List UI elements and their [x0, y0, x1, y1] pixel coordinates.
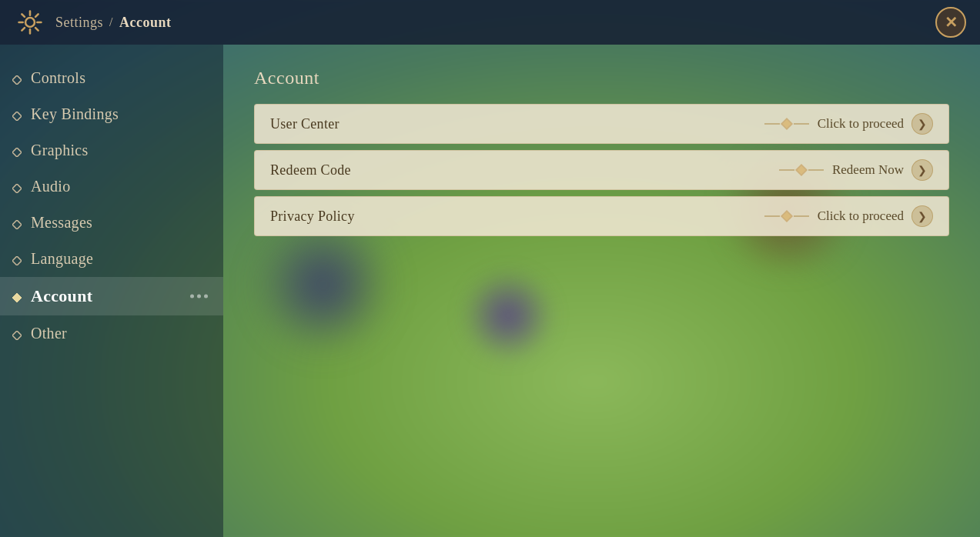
arrow-right-icon: ❯ [911, 113, 933, 135]
svg-line-5 [22, 14, 25, 17]
sidebar-item-graphics[interactable]: Graphics [0, 132, 223, 168]
svg-point-0 [25, 18, 35, 27]
diamond-icon [12, 218, 22, 228]
sidebar-item-controls[interactable]: Controls [0, 60, 223, 96]
sidebar-item-account[interactable]: Account [0, 277, 223, 315]
setting-row-user-center[interactable]: User Center Click to proceed❯ [254, 104, 949, 144]
sidebar-item-label: Language [31, 250, 93, 268]
header-bar: Settings / Account ✕ [0, 0, 980, 45]
svg-marker-13 [12, 220, 22, 229]
setting-action-text: Click to proceed [818, 116, 904, 132]
setting-divider [764, 197, 810, 235]
diamond-icon [12, 292, 22, 301]
svg-marker-15 [12, 293, 22, 302]
svg-marker-16 [12, 331, 22, 340]
breadcrumb-separator: / [109, 15, 113, 29]
diamond-icon [12, 182, 22, 192]
diamond-icon [12, 110, 22, 119]
section-title: Account [254, 68, 949, 88]
close-button[interactable]: ✕ [935, 7, 966, 38]
sidebar-item-messages[interactable]: Messages [0, 205, 223, 241]
setting-row-redeem-code[interactable]: Redeem Code Redeem Now❯ [254, 150, 949, 190]
svg-marker-9 [12, 75, 22, 85]
setting-label: Redeem Code [255, 162, 778, 178]
svg-marker-11 [12, 148, 22, 157]
setting-label: User Center [255, 116, 764, 132]
setting-divider [764, 105, 810, 143]
svg-line-7 [35, 14, 38, 17]
svg-marker-12 [12, 184, 22, 193]
setting-action: Click to proceed❯ [810, 205, 948, 227]
sidebar-item-label: Account [31, 286, 92, 306]
sidebar-item-key-bindings[interactable]: Key Bindings [0, 96, 223, 132]
sidebar-item-language[interactable]: Language [0, 241, 223, 277]
sidebar-item-label: Audio [31, 178, 71, 195]
setting-action-text: Redeem Now [832, 162, 904, 178]
svg-marker-14 [12, 256, 22, 265]
sidebar: ControlsKey BindingsGraphicsAudioMessage… [0, 45, 223, 537]
gear-icon [15, 8, 45, 37]
breadcrumb: Settings / Account [55, 15, 171, 31]
sidebar-item-label: Controls [31, 69, 85, 87]
breadcrumb-current: Account [119, 15, 172, 31]
diamond-icon [12, 255, 22, 264]
arrow-right-icon: ❯ [911, 205, 933, 227]
svg-marker-10 [12, 112, 22, 121]
diamond-icon [12, 146, 22, 155]
diamond-icon [12, 329, 22, 339]
sidebar-item-label: Other [31, 325, 67, 342]
sidebar-item-other[interactable]: Other [0, 315, 223, 352]
sidebar-item-label: Key Bindings [31, 105, 119, 123]
setting-action: Redeem Now❯ [824, 159, 948, 181]
sidebar-item-label: Graphics [31, 142, 89, 159]
setting-row-privacy-policy[interactable]: Privacy Policy Click to proceed❯ [254, 196, 949, 236]
diamond-icon [12, 74, 22, 83]
svg-line-6 [35, 28, 38, 31]
breadcrumb-settings: Settings [55, 15, 103, 31]
setting-label: Privacy Policy [255, 208, 764, 225]
sidebar-item-label: Messages [31, 214, 92, 232]
arrow-right-icon: ❯ [911, 159, 933, 181]
setting-action-text: Click to proceed [818, 208, 904, 224]
main-content: Account User Center Click to proceed❯Red… [223, 45, 980, 537]
close-icon: ✕ [945, 13, 958, 32]
svg-line-8 [22, 28, 25, 31]
setting-action: Click to proceed❯ [810, 113, 948, 135]
loading-dots [190, 295, 208, 299]
sidebar-item-audio[interactable]: Audio [0, 168, 223, 205]
setting-divider [778, 151, 824, 189]
